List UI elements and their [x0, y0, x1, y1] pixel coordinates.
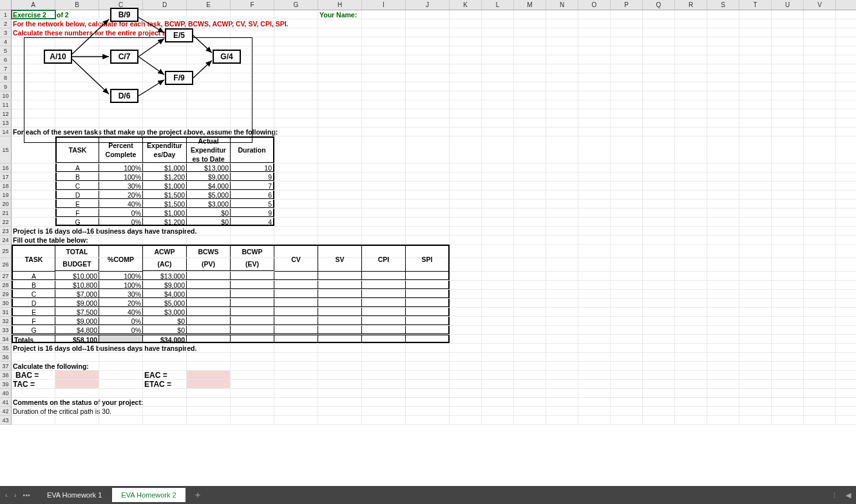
cell-G22[interactable] — [274, 218, 318, 226]
cell-S25[interactable] — [707, 245, 739, 257]
cell-R34[interactable] — [675, 335, 707, 343]
cell-O4[interactable] — [578, 37, 611, 46]
cell-M6[interactable] — [514, 55, 546, 64]
cell-E17[interactable]: $9,000 — [187, 173, 231, 181]
cell-V14[interactable] — [804, 127, 836, 136]
cell-G26[interactable] — [274, 258, 318, 272]
cell-E33[interactable] — [187, 326, 231, 334]
cell-N27[interactable] — [546, 272, 578, 280]
cell-H16[interactable] — [318, 163, 362, 172]
cell-A27[interactable]: A — [12, 272, 55, 280]
row-header-22[interactable]: 22 — [0, 218, 12, 227]
cell-E19[interactable]: $5,000 — [187, 191, 231, 199]
cell-M18[interactable] — [514, 182, 546, 190]
cell-L38[interactable] — [482, 371, 514, 379]
cell-I5[interactable] — [362, 46, 406, 55]
cell-U29[interactable] — [772, 290, 804, 298]
cell-K25[interactable] — [450, 245, 482, 257]
cell-U41[interactable] — [772, 398, 804, 406]
cell-K34[interactable] — [450, 335, 482, 343]
cell-T20[interactable] — [739, 200, 772, 208]
cell-P8[interactable] — [611, 73, 643, 82]
cell-G42[interactable] — [274, 407, 318, 415]
cell-B19[interactable]: D — [55, 191, 99, 199]
col-header-Q[interactable]: Q — [643, 0, 675, 10]
cell-M1[interactable] — [514, 10, 546, 19]
cell-T12[interactable] — [739, 109, 772, 118]
row-header-12[interactable]: 12 — [0, 109, 12, 118]
cell-Q13[interactable] — [643, 118, 675, 127]
cell-G38[interactable] — [274, 371, 318, 379]
cell-M29[interactable] — [514, 290, 546, 298]
cell-D20[interactable]: $1,500 — [143, 200, 187, 208]
cell-T7[interactable] — [739, 64, 772, 73]
cell-V24[interactable] — [804, 236, 836, 244]
cell-S41[interactable] — [707, 398, 739, 406]
cell-F26[interactable]: (EV) — [231, 258, 274, 271]
cell-D36[interactable] — [143, 353, 187, 361]
cell-O6[interactable] — [578, 55, 611, 64]
cell-L17[interactable] — [482, 173, 514, 181]
cell-T6[interactable] — [739, 55, 772, 64]
cell-E25[interactable]: BCWS — [187, 245, 231, 257]
cell-R32[interactable] — [675, 317, 707, 325]
cell-P35[interactable] — [611, 344, 643, 352]
cell-F18[interactable]: 7 — [231, 182, 274, 190]
cell-B42[interactable] — [55, 407, 99, 415]
cell-O17[interactable] — [578, 173, 611, 181]
cell-R8[interactable] — [675, 73, 707, 82]
cell-I24[interactable] — [362, 236, 406, 244]
cell-J36[interactable] — [406, 353, 450, 361]
cell-C37[interactable] — [99, 362, 143, 370]
cell-O39[interactable] — [578, 380, 611, 388]
cell-O33[interactable] — [578, 326, 611, 334]
cell-E31[interactable] — [187, 308, 231, 316]
cell-P43[interactable] — [611, 416, 643, 424]
cell-C32[interactable]: 0% — [99, 317, 143, 325]
cell-M33[interactable] — [514, 326, 546, 334]
cell-P33[interactable] — [611, 326, 643, 334]
cell-J18[interactable] — [406, 182, 450, 190]
row-header-38[interactable]: 38 — [0, 371, 12, 380]
cell-D16[interactable]: $1,000 — [143, 163, 187, 172]
cell-N35[interactable] — [546, 344, 578, 352]
cell-O34[interactable] — [578, 335, 611, 343]
cell-D18[interactable]: $1,000 — [143, 182, 187, 190]
cell-S5[interactable] — [707, 46, 739, 55]
cell-T30[interactable] — [739, 299, 772, 307]
cell-I40[interactable] — [362, 389, 406, 397]
cell-V38[interactable] — [804, 371, 836, 379]
cell-D19[interactable]: $1,500 — [143, 191, 187, 199]
cell-N28[interactable] — [546, 281, 578, 289]
cell-H11[interactable] — [318, 100, 362, 109]
cell-A19[interactable] — [12, 191, 55, 199]
cell-B21[interactable]: F — [55, 209, 99, 217]
cell-V18[interactable] — [804, 182, 836, 190]
cell-L26[interactable] — [482, 258, 514, 271]
cell-H35[interactable] — [318, 344, 362, 352]
cell-U5[interactable] — [772, 46, 804, 55]
cell-I23[interactable] — [362, 227, 406, 235]
cell-H30[interactable] — [318, 299, 362, 307]
cell-Q32[interactable] — [643, 317, 675, 325]
cell-N37[interactable] — [546, 362, 578, 370]
cell-Q39[interactable] — [643, 380, 675, 388]
cell-V26[interactable] — [804, 258, 836, 271]
cell-S11[interactable] — [707, 100, 739, 109]
cell-N22[interactable] — [546, 218, 578, 226]
cell-V19[interactable] — [804, 191, 836, 199]
cell-A18[interactable] — [12, 182, 55, 190]
tab-nav-prev-icon[interactable]: ‹ — [5, 491, 8, 499]
cell-M19[interactable] — [514, 191, 546, 199]
cell-H24[interactable] — [318, 236, 362, 244]
cell-F21[interactable]: 9 — [231, 209, 274, 217]
cell-S4[interactable] — [707, 37, 739, 46]
cell-J30[interactable] — [406, 299, 450, 307]
cell-Q9[interactable] — [643, 82, 675, 91]
row-header-9[interactable]: 9 — [0, 82, 12, 91]
cell-A40[interactable] — [12, 389, 55, 397]
cell-G17[interactable] — [274, 173, 318, 181]
cell-L6[interactable] — [482, 55, 514, 64]
cell-L42[interactable] — [482, 407, 514, 415]
cell-L2[interactable] — [482, 19, 514, 28]
